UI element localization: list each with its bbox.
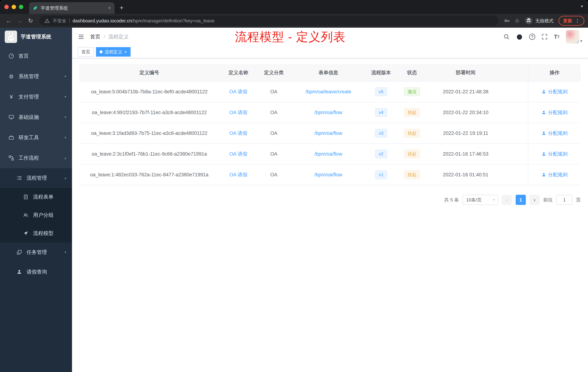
- process-management-children: 流程表单 用户分组 流程模型: [0, 188, 72, 242]
- paper-plane-icon: [22, 230, 29, 236]
- select-caret-icon: ▾: [493, 198, 494, 202]
- browser-menu-icon[interactable]: ⋮: [575, 18, 580, 24]
- status-badge: 激活: [404, 87, 420, 96]
- breadcrumb-home[interactable]: 首页: [90, 33, 100, 40]
- help-icon[interactable]: ?: [529, 34, 535, 40]
- definition-category: OA: [257, 123, 290, 143]
- sidebar-item-system[interactable]: ⚙ 系统管理 ▾: [0, 66, 72, 87]
- avatar[interactable]: [566, 30, 579, 44]
- search-icon[interactable]: [503, 33, 510, 40]
- maximize-window-button[interactable]: [19, 5, 23, 9]
- sidebar-item-process-model[interactable]: 流程模型: [0, 224, 72, 242]
- assign-rule-link[interactable]: 分配规则: [541, 88, 568, 95]
- definition-name-link[interactable]: OA 请假: [229, 130, 247, 136]
- browser-toolbar: ← → ↻ 不安全 dashboard.yudao.iocoder.cn/bpm…: [0, 14, 588, 28]
- sidebar-item-process-management[interactable]: 流程管理 ▴: [0, 168, 72, 188]
- forward-button[interactable]: →: [15, 16, 25, 26]
- app-root: 芋道管理系统 首页 ⚙ 系统管理 ▾ ¥ 支付管理 ▾: [0, 28, 588, 372]
- form-link[interactable]: /bpm/oa/leave/create: [305, 89, 351, 95]
- definition-category: OA: [257, 82, 290, 102]
- assign-rule-link[interactable]: 分配规则: [541, 151, 568, 157]
- browser-tab[interactable]: 芋道管理系统 ×: [29, 2, 115, 14]
- font-size-icon[interactable]: TT: [554, 33, 560, 40]
- definition-name-link[interactable]: OA 请假: [229, 109, 247, 116]
- tag-close-icon[interactable]: ×: [124, 49, 127, 55]
- person-icon: [16, 269, 22, 275]
- sidebar-item-label: 基础设施: [19, 114, 39, 121]
- tag-home[interactable]: 首页: [78, 47, 94, 57]
- sidebar-item-task-management[interactable]: 任务管理 ▾: [0, 242, 72, 262]
- sidebar-item-leave-query[interactable]: 请假查询: [0, 262, 72, 282]
- tab-close-icon[interactable]: ×: [108, 5, 111, 11]
- github-icon[interactable]: [516, 33, 523, 40]
- new-tab-button[interactable]: +: [120, 4, 124, 12]
- sidebar-item-process-form[interactable]: 流程表单: [0, 188, 72, 206]
- form-link[interactable]: /bpm/oa/flow: [314, 172, 342, 178]
- sidebar-toggle-button[interactable]: [78, 33, 84, 40]
- url-text[interactable]: dashboard.yudao.iocoder.cn/bpm/manager/d…: [73, 18, 215, 24]
- chevron-up-icon: ▴: [64, 176, 66, 180]
- table-row: oa_leave:2:3c1f0ef1-76b1-11ec-9c66-a2380…: [79, 144, 581, 164]
- tab-search-icon[interactable]: ▾: [581, 4, 583, 9]
- form-link[interactable]: /bpm/oa/flow: [314, 110, 342, 115]
- assign-rule-link[interactable]: 分配规则: [541, 109, 568, 116]
- assign-rule-link[interactable]: 分配规则: [541, 130, 568, 136]
- yen-icon: ¥: [8, 94, 15, 100]
- back-button[interactable]: ←: [4, 16, 14, 26]
- incognito-icon: [525, 17, 533, 25]
- table-row: oa_leave:3:1fad3d93-7b75-11ec-a3c8-acde4…: [79, 123, 581, 144]
- sidebar-item-devtools[interactable]: 研发工具 ▾: [0, 127, 72, 148]
- incognito-badge[interactable]: 无痕模式: [523, 17, 557, 25]
- sidebar-item-home[interactable]: 首页: [0, 46, 72, 66]
- tag-label: 首页: [82, 49, 90, 55]
- brand[interactable]: 芋道管理系统: [0, 28, 72, 46]
- definition-name-link[interactable]: OA 请假: [229, 151, 247, 157]
- assign-rule-link[interactable]: 分配规则: [541, 171, 568, 178]
- reload-button[interactable]: ↻: [25, 16, 36, 26]
- form-link[interactable]: /bpm/oa/flow: [314, 151, 342, 157]
- fullscreen-icon[interactable]: [541, 34, 548, 40]
- definition-id: oa_leave:4:991f2193-7b7f-11ec-a3c8-acde4…: [79, 102, 219, 123]
- bookmark-star-icon[interactable]: ☆: [512, 16, 522, 25]
- address-bar[interactable]: 不安全 dashboard.yudao.iocoder.cn/bpm/manag…: [39, 16, 499, 26]
- sidebar-item-workflow[interactable]: 工作流程 ▴: [0, 148, 72, 168]
- toolbox-icon: [8, 135, 15, 141]
- user-menu[interactable]: ▾: [566, 30, 582, 44]
- browser-update-button[interactable]: 更新 ⋮: [558, 16, 584, 26]
- next-page-button[interactable]: ›: [529, 195, 540, 205]
- close-window-button[interactable]: [4, 5, 9, 9]
- deploy-time: 2022-01-16 01:40:51: [428, 164, 503, 185]
- page-number-button[interactable]: 1: [516, 195, 526, 205]
- prev-page-button[interactable]: ‹: [502, 195, 512, 205]
- minimize-window-button[interactable]: [12, 5, 16, 9]
- sidebar-item-user-group[interactable]: 用户分组: [0, 206, 72, 224]
- browser-window: 芋道管理系统 × + ▾ ← → ↻ 不安全 dashboard.yudao.i…: [0, 0, 588, 372]
- breadcrumb-current: 流程定义: [108, 33, 129, 40]
- security-label[interactable]: 不安全: [53, 18, 66, 24]
- definition-name-link[interactable]: OA 请假: [229, 171, 247, 178]
- favicon-icon: [33, 5, 38, 11]
- breadcrumb-separator: /: [104, 34, 105, 40]
- monitor-icon: [8, 114, 15, 120]
- tag-process-definition[interactable]: 流程定义 ×: [96, 47, 131, 57]
- brand-title: 芋道管理系统: [21, 33, 51, 40]
- form-link[interactable]: /bpm/oa/flow: [314, 131, 342, 136]
- page-size-select[interactable]: 10条/页 ▾: [462, 195, 498, 205]
- sidebar-item-label: 用户分组: [33, 212, 53, 219]
- deploy-time: 2022-01-22 21:48:38: [428, 82, 503, 102]
- workflow-submenu: 流程管理 ▴ 流程表单 用户分组: [0, 168, 72, 282]
- sidebar-top-section: 芋道管理系统 首页 ⚙ 系统管理 ▾ ¥ 支付管理 ▾: [0, 28, 72, 168]
- page-size-value: 10条/页: [466, 197, 482, 203]
- breadcrumb: 首页 / 流程定义: [90, 33, 129, 40]
- goto-page-input[interactable]: [556, 195, 572, 205]
- spacer-cell: [503, 102, 528, 123]
- column-header: 定义分类: [257, 64, 290, 81]
- sidebar-item-infrastructure[interactable]: 基础设施 ▾: [0, 107, 72, 127]
- password-key-icon[interactable]: [502, 16, 512, 25]
- sidebar-item-payment[interactable]: ¥ 支付管理 ▾: [0, 87, 72, 107]
- column-header: 操作: [528, 64, 581, 81]
- definition-name-link[interactable]: OA 请假: [229, 88, 247, 95]
- definition-id: oa_leave:1:482ec033-762a-11ec-8477-a2380…: [79, 164, 219, 185]
- chevron-down-icon: ▾: [64, 250, 66, 254]
- column-header: 定义名称: [219, 64, 257, 81]
